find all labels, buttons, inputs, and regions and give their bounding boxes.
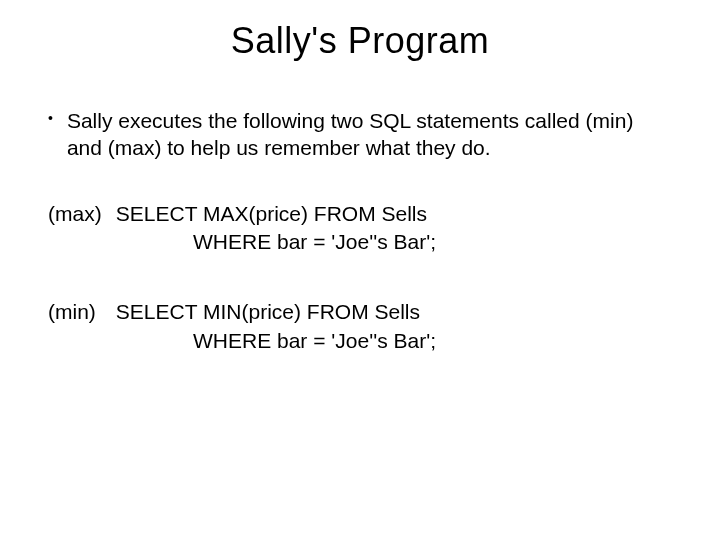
sql-line1-max: SELECT MAX(price) FROM Sells — [116, 202, 427, 225]
sql-block-min: (min) SELECT MIN(price) FROM Sells WHERE… — [48, 298, 672, 355]
sql-block-max: (max) SELECT MAX(price) FROM Sells WHERE… — [48, 200, 672, 257]
sql-line2-min: WHERE bar = 'Joe''s Bar'; — [193, 327, 672, 355]
bullet-item: • Sally executes the following two SQL s… — [48, 107, 672, 162]
page-title: Sally's Program — [0, 20, 720, 62]
bullet-text: Sally executes the following two SQL sta… — [67, 107, 672, 162]
bullet-marker: • — [48, 109, 53, 162]
sql-line2-max: WHERE bar = 'Joe''s Bar'; — [193, 228, 672, 256]
content-area: • Sally executes the following two SQL s… — [0, 107, 720, 355]
sql-label-min: (min) — [48, 298, 110, 326]
sql-line1-min: SELECT MIN(price) FROM Sells — [116, 300, 420, 323]
sql-label-max: (max) — [48, 200, 110, 228]
